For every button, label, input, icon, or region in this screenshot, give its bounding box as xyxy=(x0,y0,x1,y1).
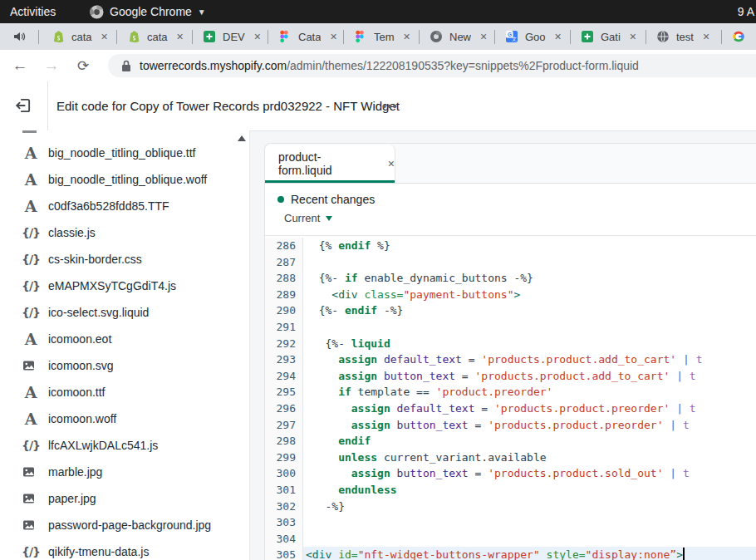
speaker-icon[interactable] xyxy=(12,29,27,44)
file-item-big_noodle_titling_oblique.woff[interactable]: Abig_noodle_titling_oblique.woff xyxy=(0,166,234,193)
code-line-292[interactable]: 292 {%- liquid xyxy=(265,336,756,352)
file-item-lfcAXLwjkDALc541.js[interactable]: {/}lfcAXLwjkDALc541.js xyxy=(0,432,234,459)
file-item-eMAPMXSyTCgGdiT4.js[interactable]: {/}eMAPMXSyTCgGdiT4.js xyxy=(0,273,234,299)
browser-tab-New[interactable]: New× xyxy=(420,23,494,50)
file-item-ico-select.svg.liquid[interactable]: {/}ico-select.svg.liquid xyxy=(0,299,234,326)
code-line-289[interactable]: 289 <div class="payment-buttons"> xyxy=(265,287,756,303)
lock-icon[interactable] xyxy=(121,59,131,72)
code-line-288[interactable]: 288 {%- if enable_dynamic_buttons -%} xyxy=(265,270,756,287)
tab-product-form-liquid[interactable]: product-form.liquid × xyxy=(265,145,395,183)
figma-favicon-icon xyxy=(278,30,292,43)
line-content[interactable] xyxy=(303,319,756,336)
line-content[interactable] xyxy=(303,254,756,271)
close-tab-icon[interactable]: × xyxy=(700,31,712,42)
file-item-cs-skin-border.css[interactable]: {/}cs-skin-border.css xyxy=(0,246,234,273)
file-item-qikify-tmenu-data.js[interactable]: {/}qikify-tmenu-data.js xyxy=(0,538,234,560)
line-content[interactable]: endunless xyxy=(303,482,756,499)
sidebar-scrollbar[interactable] xyxy=(236,132,247,558)
more-actions-button[interactable]: ••• xyxy=(382,81,398,130)
reload-button[interactable]: ⟳ xyxy=(71,54,95,77)
forward-button[interactable]: → xyxy=(40,54,63,77)
line-content[interactable]: -%} xyxy=(303,499,756,515)
code-line-301[interactable]: 301 endunless xyxy=(265,482,756,499)
browser-tab-Gati[interactable]: Gati× xyxy=(571,23,646,50)
code-line-305[interactable]: 305<div id="nft-widget-buttons-wrapper" … xyxy=(265,547,756,560)
clock[interactable]: 9 A xyxy=(738,0,754,23)
browser-tab-DEV[interactable]: DEV× xyxy=(193,23,268,50)
close-tab-icon[interactable]: × xyxy=(252,31,263,42)
line-content[interactable]: assign button_text = 'products.product.s… xyxy=(303,465,756,482)
editor-tab-bar: product-form.liquid × xyxy=(265,144,756,184)
line-number: 296 xyxy=(265,400,303,417)
code-line-300[interactable]: 300 assign button_text = 'products.produ… xyxy=(265,465,756,482)
code-line-295[interactable]: 295 if template == 'product.preorder' xyxy=(265,384,756,400)
activities-button[interactable]: Activities xyxy=(10,5,56,18)
browser-tab-Goo[interactable]: G文Goo× xyxy=(495,23,570,50)
file-item-icomoon.svg[interactable]: icomoon.svg xyxy=(0,352,234,379)
line-content[interactable]: {%- endif -%} xyxy=(303,302,756,319)
close-tab-icon[interactable]: × xyxy=(401,31,413,42)
file-name: paper.jpg xyxy=(48,492,96,505)
address-bar[interactable]: towerrecords.myshopify.com/admin/themes/… xyxy=(108,54,756,77)
close-tab-icon[interactable]: × xyxy=(552,31,564,42)
file-name: eMAPMXSyTCgGdiT4.js xyxy=(48,279,176,292)
close-tab-icon[interactable]: × xyxy=(327,31,339,42)
line-content[interactable]: endif xyxy=(303,433,756,449)
line-content[interactable]: if template == 'product.preorder' xyxy=(303,384,756,400)
code-line-302[interactable]: 302 -%} xyxy=(265,499,756,515)
file-item-classie.js[interactable]: {/}classie.js xyxy=(0,219,234,246)
browser-tab-Cata[interactable]: Cata× xyxy=(268,23,343,50)
file-item-marble.jpg[interactable]: marble.jpg xyxy=(0,459,234,485)
line-content[interactable]: {%- liquid xyxy=(303,336,756,352)
code-line-286[interactable]: 286 {% endif %} xyxy=(265,238,756,254)
code-line-298[interactable]: 298 endif xyxy=(265,433,756,449)
browser-tab-test[interactable]: test× xyxy=(646,23,721,50)
code-line-299[interactable]: 299 unless current_variant.available xyxy=(265,449,756,466)
code-file-icon: {/} xyxy=(22,279,40,292)
line-content[interactable] xyxy=(303,514,756,531)
line-content[interactable] xyxy=(303,531,756,548)
line-content[interactable]: assign default_text = 'products.product.… xyxy=(303,400,756,417)
file-item-paper.jpg[interactable]: paper.jpg xyxy=(0,485,234,512)
file-item-icomoon.ttf[interactable]: Aicomoon.ttf xyxy=(0,379,234,405)
file-item-password-page-background.jpg[interactable]: password-page-background.jpg xyxy=(0,512,234,538)
app-menu-button[interactable]: Google Chrome ▼ xyxy=(90,0,206,23)
line-content[interactable]: {%- if enable_dynamic_buttons -%} xyxy=(303,270,756,287)
line-content[interactable]: <div class="payment-buttons"> xyxy=(303,287,756,303)
browser-tab-Tem[interactable]: Tem× xyxy=(344,23,419,50)
line-content[interactable]: {% endif %} xyxy=(303,238,756,254)
version-dropdown[interactable]: Current xyxy=(284,212,332,224)
code-line-303[interactable]: 303 xyxy=(265,514,756,531)
close-tab-icon[interactable]: × xyxy=(99,31,110,42)
line-content[interactable]: unless current_variant.available xyxy=(303,449,756,466)
code-editor[interactable]: 286 {% endif %}287288 {%- if enable_dyna… xyxy=(265,236,756,560)
browser-tab-cata[interactable]: cata× xyxy=(42,23,116,50)
code-line-304[interactable]: 304 xyxy=(265,531,756,548)
code-line-291[interactable]: 291 xyxy=(265,319,756,336)
theme-files-sidebar: Abig_noodle_titling_oblique.ttfAbig_nood… xyxy=(0,130,250,560)
close-tab-icon[interactable]: × xyxy=(388,157,395,170)
close-tab-icon[interactable]: × xyxy=(174,31,186,42)
close-tab-icon[interactable]: × xyxy=(478,31,489,42)
exit-code-editor-button[interactable] xyxy=(12,94,35,117)
code-line-293[interactable]: 293 assign default_text = 'products.prod… xyxy=(265,351,756,368)
line-content[interactable]: assign button_text = 'products.product.a… xyxy=(303,368,756,385)
code-line-297[interactable]: 297 assign button_text = 'products.produ… xyxy=(265,417,756,434)
code-line-290[interactable]: 290 {%- endif -%} xyxy=(265,302,756,319)
code-line-287[interactable]: 287 xyxy=(265,254,756,271)
line-content[interactable]: <div id="nft-widget-buttons-wrapper" sty… xyxy=(303,547,756,560)
code-line-294[interactable]: 294 assign button_text = 'products.produ… xyxy=(265,368,756,385)
back-button[interactable]: ← xyxy=(8,54,32,77)
file-item-icomoon.eot[interactable]: Aicomoon.eot xyxy=(0,326,234,352)
file-name: classie.js xyxy=(48,226,96,239)
line-content[interactable]: assign default_text = 'products.product.… xyxy=(303,351,756,368)
close-tab-icon[interactable]: × xyxy=(627,31,639,42)
file-item-c0df3a6b528fdd85.TTF[interactable]: Ac0df3a6b528fdd85.TTF xyxy=(0,193,234,219)
file-item-icomoon.woff[interactable]: Aicomoon.woff xyxy=(0,405,234,432)
browser-tab-cata[interactable]: cata× xyxy=(117,23,192,50)
code-line-296[interactable]: 296 assign default_text = 'products.prod… xyxy=(265,400,756,417)
file-item-big_noodle_titling_oblique.ttf[interactable]: Abig_noodle_titling_oblique.ttf xyxy=(0,140,234,166)
browser-tab-partial[interactable] xyxy=(722,23,756,50)
line-content[interactable]: assign button_text = 'products.product.p… xyxy=(303,417,756,434)
scroll-up-arrow-icon[interactable] xyxy=(238,135,246,141)
